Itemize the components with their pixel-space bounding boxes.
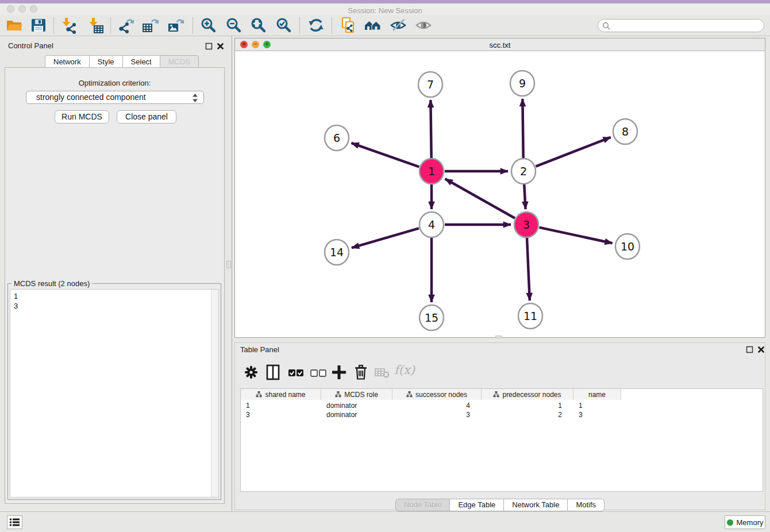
- cell-name: 1: [573, 401, 621, 410]
- panel-splitter[interactable]: [232, 36, 232, 511]
- node-4[interactable]: 4: [419, 212, 444, 237]
- hide-selected-eye-icon[interactable]: [390, 17, 407, 34]
- mcds-result-textarea[interactable]: 1 3: [10, 289, 219, 498]
- node-14[interactable]: 14: [325, 240, 349, 265]
- toolbar-separator: [332, 17, 332, 34]
- tab-motifs[interactable]: Motifs: [567, 499, 605, 511]
- deselect-all-rows-icon[interactable]: [310, 364, 327, 381]
- search-icon: [602, 22, 611, 30]
- tab-network-table[interactable]: Network Table: [503, 499, 567, 511]
- tab-select[interactable]: Select: [122, 55, 160, 68]
- mcds-result-title: MCDS result (2 nodes): [11, 279, 92, 288]
- optimization-criterion-select[interactable]: strongly connected component: [26, 91, 204, 104]
- delete-column-trash-icon[interactable]: [352, 364, 369, 381]
- settings-gear-icon[interactable]: [242, 364, 260, 381]
- close-panel-button[interactable]: Close panel: [117, 110, 176, 124]
- refresh-icon[interactable]: [307, 17, 325, 34]
- edge-2-9[interactable]: [522, 99, 523, 158]
- edge-3-10[interactable]: [539, 228, 612, 243]
- close-panel-icon[interactable]: [217, 43, 224, 50]
- memory-status-dot: [727, 519, 733, 526]
- edge-1-7[interactable]: [430, 100, 431, 158]
- svg-text:8: 8: [622, 125, 629, 138]
- svg-text:4: 4: [428, 218, 435, 231]
- edge-2-3[interactable]: [524, 184, 525, 209]
- cell-shared-name: 3: [241, 410, 321, 419]
- select-all-rows-icon[interactable]: [287, 364, 305, 381]
- save-session-icon[interactable]: [30, 17, 47, 34]
- column-header-label: shared name: [265, 391, 305, 399]
- show-column-icon[interactable]: [264, 364, 282, 381]
- edge-3-11[interactable]: [527, 238, 530, 300]
- import-network-icon[interactable]: [60, 17, 77, 34]
- edge-1-6[interactable]: [351, 143, 419, 167]
- column-header-name[interactable]: name: [573, 389, 621, 400]
- cell-successor-nodes: 4: [392, 401, 482, 410]
- node-6[interactable]: 6: [325, 125, 349, 151]
- control-panel-title: Control Panel: [8, 41, 53, 50]
- column-header-MCDS-role[interactable]: MCDS role: [321, 389, 392, 400]
- add-column-icon[interactable]: [330, 364, 348, 381]
- result-scrollbar[interactable]: [211, 290, 218, 497]
- duplicate-network-icon[interactable]: [340, 17, 357, 34]
- toolbar-separator: [299, 17, 300, 34]
- float-table-panel-icon[interactable]: [746, 346, 753, 353]
- first-neighbors-houses-icon[interactable]: [364, 17, 382, 34]
- zoom-selected-icon[interactable]: [275, 17, 292, 34]
- tab-network[interactable]: Network: [45, 55, 89, 68]
- zoom-out-icon[interactable]: [225, 17, 242, 34]
- table-row[interactable]: 1dominator411: [241, 401, 621, 410]
- session-title: Session: New Session: [0, 6, 770, 15]
- node-1[interactable]: 1: [419, 159, 444, 184]
- edge-4-14[interactable]: [352, 228, 419, 248]
- export-table-icon[interactable]: [142, 17, 159, 34]
- node-9[interactable]: 9: [510, 71, 534, 96]
- cell-name: 3: [573, 410, 621, 419]
- svg-text:7: 7: [427, 78, 434, 91]
- zoom-in-icon[interactable]: [200, 17, 217, 34]
- node-10[interactable]: 10: [615, 234, 640, 259]
- svg-text:1: 1: [428, 165, 435, 178]
- memory-button[interactable]: Memory: [725, 515, 765, 529]
- cell-MCDS-role: dominator: [321, 401, 392, 410]
- node-7[interactable]: 7: [418, 72, 442, 97]
- cell-predecessor-nodes: 2: [482, 410, 573, 419]
- open-session-icon[interactable]: [6, 17, 23, 34]
- show-all-eye-icon[interactable]: [415, 17, 432, 34]
- column-header-successor-nodes[interactable]: successor nodes: [392, 389, 482, 400]
- tab-node-table[interactable]: Node Table: [395, 499, 450, 511]
- panel-splitter-handle[interactable]: [226, 261, 231, 268]
- column-header-shared-name[interactable]: shared name: [241, 389, 321, 400]
- column-namespace-icon: [335, 391, 341, 398]
- node-15[interactable]: 15: [419, 305, 444, 330]
- table-panel-title: Table Panel: [240, 345, 279, 354]
- task-history-button[interactable]: [7, 515, 22, 529]
- run-mcds-button[interactable]: Run MCDS: [55, 110, 109, 124]
- close-table-panel-icon[interactable]: [757, 346, 765, 353]
- tab-mcds[interactable]: MCDS: [160, 55, 199, 68]
- tab-style[interactable]: Style: [89, 55, 122, 68]
- table-row[interactable]: 3dominator323: [241, 410, 621, 419]
- node-table[interactable]: shared nameMCDS rolesuccessor nodesprede…: [240, 388, 763, 492]
- node-3[interactable]: 3: [514, 212, 538, 237]
- export-network-icon[interactable]: [117, 17, 134, 34]
- network-canvas[interactable]: 7968124314101511: [235, 51, 765, 337]
- import-table-icon[interactable]: [87, 17, 104, 34]
- tab-edge-table[interactable]: Edge Table: [449, 499, 503, 511]
- node-11[interactable]: 11: [518, 303, 542, 329]
- node-2[interactable]: 2: [511, 159, 536, 184]
- column-header-predecessor-nodes[interactable]: predecessor nodes: [482, 389, 573, 400]
- zoom-fit-icon[interactable]: [250, 17, 267, 34]
- edge-2-8[interactable]: [536, 137, 610, 167]
- network-window-title: scc.txt: [235, 41, 765, 49]
- edge-3-1[interactable]: [445, 179, 515, 218]
- node-8[interactable]: 8: [613, 119, 637, 144]
- svg-text:14: 14: [330, 246, 344, 259]
- select-spinner-icon: [192, 93, 198, 103]
- svg-text:15: 15: [425, 311, 438, 324]
- search-input[interactable]: [598, 19, 764, 32]
- float-panel-icon[interactable]: [205, 43, 213, 50]
- column-header-label: name: [588, 391, 606, 399]
- network-table-splitter-handle[interactable]: [495, 336, 502, 338]
- export-image-icon[interactable]: [167, 17, 184, 34]
